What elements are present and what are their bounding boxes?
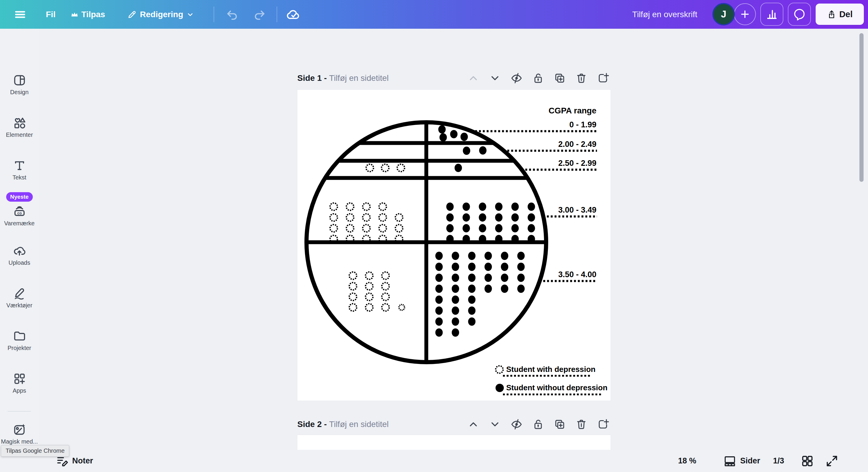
design-icon	[13, 73, 26, 87]
pages-icon	[724, 455, 736, 467]
duplicate-page-icon[interactable]	[554, 418, 566, 430]
page-indicator: 1/3	[773, 450, 784, 472]
notes-label: Noter	[72, 456, 93, 466]
pages-view-button[interactable]: Sider	[724, 450, 760, 472]
svg-text:2.50 - 2.99: 2.50 - 2.99	[558, 159, 596, 168]
invite-members-button[interactable]	[734, 3, 756, 25]
sidebar-divider	[8, 411, 31, 412]
svg-text:2.00 - 2.49: 2.00 - 2.49	[558, 140, 596, 149]
sidebar-item-label: Magisk med...	[0, 438, 39, 445]
pages-label: Sider	[740, 456, 760, 466]
sidebar-item-tools[interactable]: Værktøjer	[0, 287, 39, 309]
page-title-placeholder[interactable]: Tilføj en sidetitel	[329, 420, 389, 429]
redo-button[interactable]	[253, 0, 266, 29]
expand-icon	[826, 454, 838, 468]
sidebar-item-label: Varemærke	[0, 220, 39, 227]
brand-kit-icon: co	[13, 205, 26, 218]
add-page-icon[interactable]	[597, 72, 609, 84]
move-page-up-icon[interactable]	[467, 72, 479, 84]
hamburger-icon	[13, 8, 27, 21]
move-page-down-icon[interactable]	[489, 418, 501, 430]
move-page-down-icon[interactable]	[489, 72, 501, 84]
page-indicator-label: 1/3	[773, 456, 784, 466]
page-number-label: Side 1 -	[297, 73, 327, 83]
sidebar-item-magic-media[interactable]: Magisk med...	[0, 423, 39, 445]
cloud-save-status[interactable]	[286, 0, 301, 29]
editing-mode-label: Redigering	[140, 10, 183, 19]
sidebar-item-label: Tekst	[0, 174, 39, 181]
page2-canvas[interactable]	[297, 435, 611, 450]
chevron-down-icon	[186, 11, 194, 18]
sidebar-item-design[interactable]: Design	[0, 73, 39, 96]
folder-icon	[13, 329, 26, 343]
magic-media-icon	[13, 423, 26, 437]
upgrade-button[interactable]: Tilpas	[70, 0, 105, 29]
move-page-up-icon[interactable]	[467, 418, 479, 430]
bottom-status-bar: Noter 18 % Sider 1/3	[0, 450, 868, 472]
sidebar-item-label: Design	[0, 89, 39, 96]
sidebar-item-label: Apps	[0, 387, 39, 394]
sidebar-item-apps[interactable]: Apps	[0, 372, 39, 394]
grid-view-icon	[801, 454, 814, 468]
hide-page-icon[interactable]	[510, 72, 523, 84]
add-page-icon[interactable]	[597, 418, 609, 430]
apps-grid-icon	[13, 372, 26, 386]
svg-text:Student with depression: Student with depression	[506, 365, 595, 374]
avatar-initial: J	[721, 8, 726, 20]
sidebar-item-text[interactable]: Tekst	[0, 159, 39, 181]
lock-page-icon[interactable]	[532, 72, 544, 84]
sidebar-item-brand[interactable]: co Varemærke	[0, 205, 39, 227]
object-panel-sidebar: Design Elementer Tekst Nyeste	[0, 29, 39, 472]
grid-view-button[interactable]	[801, 450, 814, 472]
design-title-input[interactable]: Tilføj en overskrift	[632, 0, 697, 29]
page2-actions	[467, 418, 609, 431]
sidebar-item-uploads[interactable]: Uploads	[0, 244, 39, 266]
elements-icon	[13, 116, 26, 130]
sidebar-item-projects[interactable]: Projekter	[0, 329, 39, 352]
svg-text:0 - 1.99: 0 - 1.99	[569, 120, 596, 129]
toolbar-divider	[277, 6, 277, 22]
new-badge: Nyeste	[6, 192, 33, 202]
scrollbar-thumb[interactable]	[860, 33, 864, 182]
fullscreen-button[interactable]	[826, 450, 838, 472]
top-toolbar: Fil Tilpas Redigering	[0, 0, 868, 29]
share-upload-icon	[827, 9, 836, 19]
canva-editor-window: Fil Tilpas Redigering	[0, 0, 868, 472]
page1-actions	[467, 72, 609, 84]
upgrade-label: Tilpas	[81, 10, 105, 19]
avatar[interactable]: J	[712, 3, 735, 26]
sidebar-item-label: Projekter	[0, 345, 39, 352]
main-menu-button[interactable]	[13, 0, 27, 29]
undo-button[interactable]	[226, 0, 239, 29]
svg-text:3.00 - 3.49: 3.00 - 3.49	[558, 206, 596, 214]
browser-tooltip: Tilpas Google Chrome	[1, 445, 69, 456]
cloud-check-icon	[286, 7, 301, 22]
share-button[interactable]: Del	[816, 4, 864, 25]
file-menu-label: Fil	[46, 10, 56, 19]
insights-button[interactable]	[760, 3, 783, 26]
text-icon	[13, 159, 26, 172]
sidebar-item-elements[interactable]: Elementer	[0, 116, 39, 138]
duplicate-page-icon[interactable]	[554, 72, 566, 84]
editing-mode-dropdown[interactable]: Redigering	[127, 0, 194, 29]
svg-text:3.50 - 4.00: 3.50 - 4.00	[558, 270, 596, 279]
uploads-cloud-icon	[13, 244, 26, 258]
delete-page-icon[interactable]	[576, 72, 587, 84]
page-title-placeholder[interactable]: Tilføj en sidetitel	[329, 73, 389, 83]
plus-icon	[739, 8, 750, 20]
zoom-value-label: 18 %	[678, 456, 696, 466]
file-menu-button[interactable]: Fil	[46, 0, 56, 29]
comments-button[interactable]	[788, 3, 811, 26]
delete-page-icon[interactable]	[576, 418, 587, 430]
svg-text:CGPA range: CGPA range	[549, 106, 596, 115]
draw-pen-icon	[13, 287, 26, 300]
cgpa-depression-pictograph[interactable]: CGPA range0 - 1.992.00 - 2.492.50 - 2.99…	[297, 90, 611, 401]
svg-text:co: co	[17, 211, 22, 215]
lock-page-icon[interactable]	[532, 418, 544, 430]
bar-chart-icon	[766, 8, 778, 21]
page1-canvas[interactable]: CGPA range0 - 1.992.00 - 2.492.50 - 2.99…	[297, 90, 611, 401]
speech-bubble-icon	[793, 8, 806, 21]
hide-page-icon[interactable]	[510, 418, 523, 430]
zoom-level[interactable]: 18 %	[678, 450, 696, 472]
svg-text:Student without depression: Student without depression	[506, 383, 607, 392]
